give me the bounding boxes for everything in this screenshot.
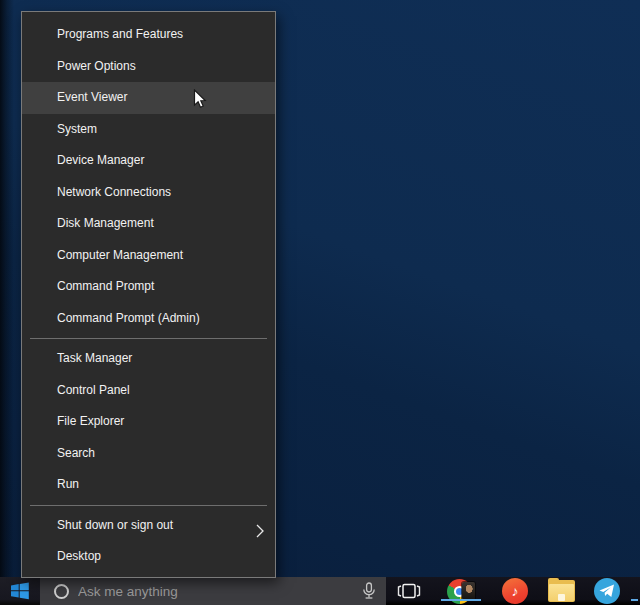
menu-item-label: Desktop [57, 549, 101, 563]
chrome-profile-avatar [462, 582, 475, 600]
menu-separator [30, 505, 267, 506]
menu-item-task-manager[interactable]: Task Manager [22, 343, 275, 375]
menu-item-command-prompt-admin[interactable]: Command Prompt (Admin) [22, 303, 275, 335]
menu-item-command-prompt[interactable]: Command Prompt [22, 271, 275, 303]
menu-item-power-options[interactable]: Power Options [22, 51, 275, 83]
offscreen-app-active-indicator [631, 599, 638, 601]
menu-item-label: Task Manager [57, 351, 132, 365]
menu-item-label: Network Connections [57, 185, 171, 199]
menu-item-run[interactable]: Run [22, 469, 275, 501]
menu-item-label: System [57, 122, 97, 136]
menu-item-file-explorer[interactable]: File Explorer [22, 406, 275, 438]
menu-item-device-manager[interactable]: Device Manager [22, 145, 275, 177]
itunes-icon: ♪ [502, 578, 528, 604]
menu-item-label: Device Manager [57, 153, 144, 167]
menu-item-label: Event Viewer [57, 90, 127, 104]
taskbar: Ask me anything ♪ [0, 577, 640, 605]
menu-item-desktop[interactable]: Desktop [22, 541, 275, 573]
menu-item-shut-down-or-sign-out[interactable]: Shut down or sign out [22, 510, 275, 542]
telegram-icon [594, 578, 620, 604]
mouse-cursor-icon [193, 89, 207, 110]
winx-menu: Programs and FeaturesPower OptionsEvent … [21, 11, 276, 578]
microphone-icon [361, 582, 377, 600]
cortana-ring-icon [54, 584, 69, 599]
file-explorer-icon [548, 580, 575, 602]
file-explorer-taskbar-button[interactable] [541, 577, 581, 605]
menu-item-label: Shut down or sign out [57, 518, 173, 532]
menu-item-label: Computer Management [57, 248, 183, 262]
menu-item-label: Search [57, 446, 95, 460]
menu-item-label: Disk Management [57, 216, 154, 230]
search-placeholder-text: Ask me anything [78, 584, 352, 599]
task-view-icon [397, 582, 421, 600]
chrome-active-indicator [441, 599, 481, 601]
itunes-taskbar-button[interactable]: ♪ [495, 577, 535, 605]
menu-item-disk-management[interactable]: Disk Management [22, 208, 275, 240]
menu-item-search[interactable]: Search [22, 438, 275, 470]
menu-item-network-connections[interactable]: Network Connections [22, 177, 275, 209]
menu-item-event-viewer[interactable]: Event Viewer [22, 82, 275, 114]
start-button[interactable] [0, 577, 40, 605]
menu-item-label: Command Prompt (Admin) [57, 311, 200, 325]
menu-item-label: Command Prompt [57, 279, 154, 293]
menu-item-label: Programs and Features [57, 27, 183, 41]
menu-item-system[interactable]: System [22, 114, 275, 146]
menu-item-label: Power Options [57, 59, 136, 73]
task-view-button[interactable] [390, 577, 428, 605]
cortana-search-box[interactable]: Ask me anything [40, 577, 386, 605]
menu-item-label: Run [57, 477, 79, 491]
windows-logo-icon [10, 581, 30, 601]
menu-item-computer-management[interactable]: Computer Management [22, 240, 275, 272]
menu-item-label: Control Panel [57, 383, 130, 397]
menu-separator [30, 338, 267, 339]
menu-item-label: File Explorer [57, 414, 124, 428]
microphone-button[interactable] [352, 577, 386, 605]
menu-item-control-panel[interactable]: Control Panel [22, 375, 275, 407]
telegram-taskbar-button[interactable] [587, 577, 627, 605]
menu-item-programs-and-features[interactable]: Programs and Features [22, 19, 275, 51]
